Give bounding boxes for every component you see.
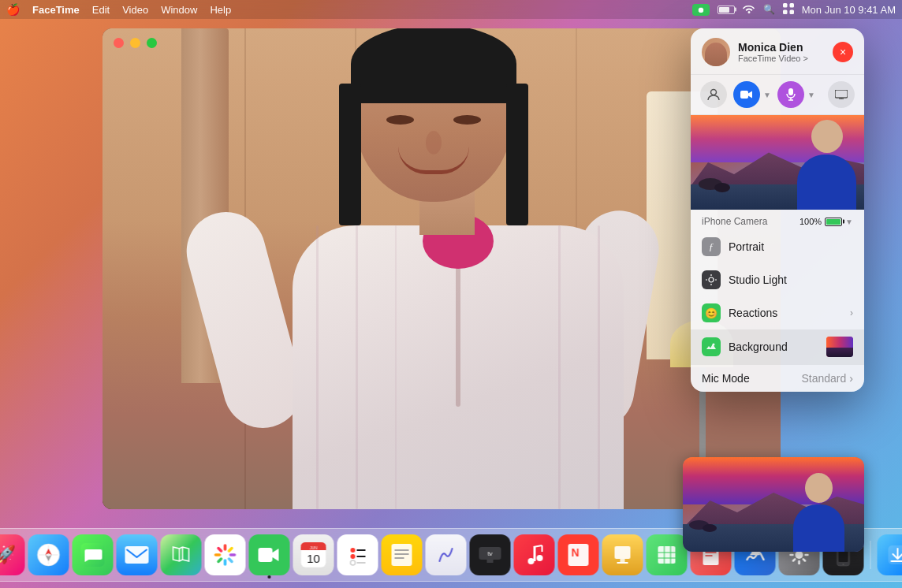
menu-window[interactable]: Window: [161, 4, 197, 16]
video-chevron-icon[interactable]: ▼: [763, 91, 771, 99]
svg-rect-2: [783, 9, 788, 14]
caller-avatar-person: [705, 43, 727, 66]
svg-rect-47: [347, 542, 369, 568]
caller-status[interactable]: FaceTime Video >: [738, 54, 825, 63]
menu-edit[interactable]: Edit: [92, 4, 110, 16]
svg-point-17: [713, 344, 715, 346]
hair-left: [339, 84, 361, 225]
menu-row-background[interactable]: Background: [691, 329, 864, 364]
screen-share-button[interactable]: [828, 81, 855, 108]
stripe-3: [395, 225, 397, 509]
apple-logo-icon[interactable]: 🍎: [6, 3, 20, 16]
mic-chevron-icon[interactable]: ▼: [807, 91, 815, 99]
menu-bar-right: ⏺ 🔍 Mon Jun 10 9:41 AM: [692, 3, 896, 17]
svg-point-50: [351, 554, 356, 559]
mic-mode-value: Standard ›: [802, 372, 854, 385]
search-icon[interactable]: 🔍: [763, 4, 775, 15]
svg-line-37: [218, 549, 222, 552]
menu-row-portrait[interactable]: ƒ Portrait: [691, 230, 864, 263]
background-icon: [702, 337, 721, 356]
dock-messages[interactable]: [73, 534, 114, 575]
profile-button[interactable]: [700, 81, 727, 108]
svg-text:10: 10: [307, 552, 320, 565]
preview-rock-2: [714, 183, 730, 192]
facetime-window: [102, 28, 781, 509]
svg-line-40: [218, 559, 222, 562]
dock-photos[interactable]: [205, 534, 246, 575]
thumb-ground: [826, 348, 853, 357]
stripe-5: [598, 225, 600, 509]
battery-nub: [735, 8, 736, 12]
hair-top: [351, 28, 516, 103]
reactions-icon: 😊: [702, 303, 721, 322]
menu-help[interactable]: Help: [210, 4, 231, 16]
svg-point-80: [796, 551, 803, 559]
dock-launchpad[interactable]: 🚀: [0, 534, 25, 575]
dock-maps[interactable]: [161, 534, 202, 575]
battery-bar: [825, 218, 842, 226]
camera-section: iPhone Camera 100% ▼ ƒ Portrait Studio L…: [691, 210, 864, 392]
dock-downloads[interactable]: [878, 534, 903, 575]
svg-line-88: [793, 559, 795, 560]
mic-mode-row[interactable]: Mic Mode Standard ›: [691, 364, 864, 392]
video-preview: [691, 115, 864, 210]
window-minimize-button[interactable]: [130, 38, 140, 48]
nose: [426, 131, 442, 154]
preview-body: [797, 154, 856, 210]
svg-rect-59: [487, 560, 494, 563]
eye-left: [386, 115, 414, 125]
background-label: Background: [729, 341, 818, 353]
dock-facetime[interactable]: [249, 534, 290, 575]
video-button[interactable]: [733, 81, 760, 108]
dock-safari[interactable]: [28, 534, 69, 575]
window-controls: [114, 38, 157, 48]
control-center-icon[interactable]: [783, 3, 794, 17]
svg-text:N: N: [572, 546, 580, 559]
wifi-icon[interactable]: [743, 4, 755, 16]
camera-label: iPhone Camera: [702, 216, 767, 227]
dock-contacts[interactable]: JUN10: [293, 534, 334, 575]
self-view-person: [789, 473, 848, 552]
panel-header: Monica Dien FaceTime Video > ×: [691, 28, 864, 75]
dock-music[interactable]: [514, 534, 555, 575]
window-maximize-button[interactable]: [147, 38, 157, 48]
reactions-chevron-icon: ›: [850, 307, 853, 318]
svg-rect-41: [259, 548, 273, 562]
clock-display: Mon Jun 10 9:41 AM: [802, 4, 896, 16]
dock-news[interactable]: N: [558, 534, 599, 575]
window-close-button[interactable]: [114, 38, 124, 48]
svg-rect-29: [125, 546, 149, 564]
dock-numbers[interactable]: [647, 534, 688, 575]
close-call-button[interactable]: ×: [833, 42, 853, 62]
mic-button[interactable]: [777, 81, 804, 108]
svg-rect-1: [789, 3, 794, 8]
menu-row-reactions[interactable]: 😊 Reactions ›: [691, 296, 864, 329]
svg-rect-62: [534, 547, 536, 561]
dock-keynote[interactable]: [602, 534, 643, 575]
dock-dot: [268, 575, 271, 579]
svg-point-61: [528, 558, 535, 564]
battery-percent: 100%: [800, 217, 822, 226]
battery-chevron-icon[interactable]: ▼: [845, 218, 853, 226]
dock-appletv[interactable]: tv: [470, 534, 511, 575]
self-person-body: [793, 504, 844, 552]
thumb-sky: [826, 337, 853, 348]
shirt-line: [456, 249, 460, 407]
svg-point-12: [709, 277, 714, 282]
svg-rect-0: [783, 3, 788, 8]
menu-row-studio-light[interactable]: Studio Light: [691, 263, 864, 296]
person-head: [355, 28, 512, 202]
control-panel: Monica Dien FaceTime Video > × ▼ ▼: [691, 28, 864, 392]
reactions-label: Reactions: [729, 307, 842, 319]
menu-video[interactable]: Video: [122, 4, 148, 16]
portrait-icon-glyph: ƒ: [709, 240, 714, 253]
dock-mail[interactable]: [117, 534, 158, 575]
dock-freeform[interactable]: [426, 534, 467, 575]
svg-line-63: [534, 545, 542, 547]
stripe-4: [558, 225, 561, 509]
svg-point-4: [711, 90, 717, 95]
dock-reminders[interactable]: [337, 534, 378, 575]
menu-app-name[interactable]: FaceTime: [32, 4, 80, 16]
dock-notes[interactable]: [382, 534, 423, 575]
caller-info: Monica Dien FaceTime Video >: [738, 41, 825, 63]
